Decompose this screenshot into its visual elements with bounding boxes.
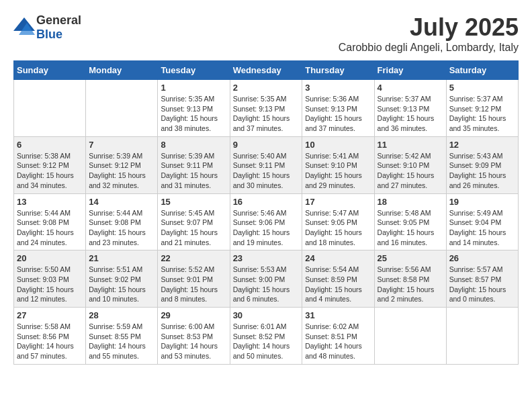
- col-header-wednesday: Wednesday: [230, 61, 302, 80]
- day-number: 9: [233, 140, 300, 150]
- calendar-cell: 5Sunrise: 5:37 AM Sunset: 9:12 PM Daylig…: [446, 80, 518, 137]
- col-header-thursday: Thursday: [302, 61, 374, 80]
- day-info: Sunrise: 5:38 AM Sunset: 9:12 PM Dayligh…: [17, 151, 83, 191]
- calendar-cell: 29Sunrise: 6:00 AM Sunset: 8:53 PM Dayli…: [158, 308, 230, 365]
- day-info: Sunrise: 5:44 AM Sunset: 9:08 PM Dayligh…: [89, 208, 154, 248]
- col-header-sunday: Sunday: [14, 61, 86, 80]
- day-number: 6: [17, 140, 83, 150]
- calendar-cell: 31Sunrise: 6:02 AM Sunset: 8:51 PM Dayli…: [302, 308, 374, 365]
- calendar-cell: 19Sunrise: 5:49 AM Sunset: 9:04 PM Dayli…: [446, 193, 518, 250]
- logo: General Blue: [13, 13, 81, 42]
- day-number: 15: [161, 197, 226, 207]
- calendar-cell: 13Sunrise: 5:44 AM Sunset: 9:08 PM Dayli…: [14, 193, 86, 250]
- day-info: Sunrise: 6:02 AM Sunset: 8:51 PM Dayligh…: [305, 322, 371, 361]
- day-info: Sunrise: 5:51 AM Sunset: 9:02 PM Dayligh…: [89, 265, 154, 304]
- calendar-cell: 24Sunrise: 5:54 AM Sunset: 8:59 PM Dayli…: [302, 250, 374, 308]
- day-info: Sunrise: 5:35 AM Sunset: 9:13 PM Dayligh…: [161, 94, 226, 134]
- logo-icon: [13, 17, 35, 38]
- day-number: 10: [305, 140, 371, 150]
- day-info: Sunrise: 5:39 AM Sunset: 9:12 PM Dayligh…: [89, 151, 154, 191]
- day-info: Sunrise: 5:43 AM Sunset: 9:09 PM Dayligh…: [449, 151, 515, 191]
- day-info: Sunrise: 5:57 AM Sunset: 8:57 PM Dayligh…: [449, 265, 515, 304]
- calendar-week-3: 13Sunrise: 5:44 AM Sunset: 9:08 PM Dayli…: [14, 193, 519, 250]
- day-number: 11: [378, 140, 443, 150]
- calendar-cell: 22Sunrise: 5:52 AM Sunset: 9:01 PM Dayli…: [158, 250, 230, 308]
- day-info: Sunrise: 5:49 AM Sunset: 9:04 PM Dayligh…: [449, 208, 515, 248]
- day-number: 1: [161, 83, 226, 93]
- calendar-cell: 9Sunrise: 5:40 AM Sunset: 9:11 PM Daylig…: [230, 136, 302, 193]
- day-number: 3: [305, 83, 371, 93]
- day-number: 21: [89, 253, 154, 263]
- day-number: 14: [89, 197, 154, 207]
- calendar-cell: 25Sunrise: 5:56 AM Sunset: 8:58 PM Dayli…: [374, 250, 446, 308]
- calendar-cell: 14Sunrise: 5:44 AM Sunset: 9:08 PM Dayli…: [86, 193, 158, 250]
- calendar-cell: 23Sunrise: 5:53 AM Sunset: 9:00 PM Dayli…: [230, 250, 302, 308]
- day-number: 7: [89, 140, 154, 150]
- day-info: Sunrise: 5:50 AM Sunset: 9:03 PM Dayligh…: [17, 265, 83, 304]
- day-number: 25: [378, 253, 443, 263]
- day-info: Sunrise: 5:37 AM Sunset: 9:13 PM Dayligh…: [378, 94, 443, 134]
- calendar-cell: 3Sunrise: 5:36 AM Sunset: 9:13 PM Daylig…: [302, 80, 374, 137]
- day-number: 18: [378, 197, 443, 207]
- calendar-cell: 30Sunrise: 6:01 AM Sunset: 8:52 PM Dayli…: [230, 308, 302, 365]
- calendar-cell: 4Sunrise: 5:37 AM Sunset: 9:13 PM Daylig…: [374, 80, 446, 137]
- day-info: Sunrise: 5:52 AM Sunset: 9:01 PM Dayligh…: [161, 265, 226, 304]
- title-block: July 2025 Carobbio degli Angeli, Lombard…: [339, 13, 519, 54]
- day-number: 17: [305, 197, 371, 207]
- month-year: July 2025: [339, 13, 519, 42]
- day-info: Sunrise: 6:00 AM Sunset: 8:53 PM Dayligh…: [161, 322, 226, 361]
- day-number: 8: [161, 140, 226, 150]
- calendar-cell: 10Sunrise: 5:41 AM Sunset: 9:10 PM Dayli…: [302, 136, 374, 193]
- day-info: Sunrise: 5:37 AM Sunset: 9:12 PM Dayligh…: [449, 94, 515, 134]
- day-info: Sunrise: 5:48 AM Sunset: 9:05 PM Dayligh…: [378, 208, 443, 248]
- calendar-cell: 2Sunrise: 5:35 AM Sunset: 9:13 PM Daylig…: [230, 80, 302, 137]
- day-info: Sunrise: 5:41 AM Sunset: 9:10 PM Dayligh…: [305, 151, 371, 191]
- calendar-cell: 20Sunrise: 5:50 AM Sunset: 9:03 PM Dayli…: [14, 250, 86, 308]
- col-header-monday: Monday: [86, 61, 158, 80]
- day-info: Sunrise: 5:35 AM Sunset: 9:13 PM Dayligh…: [233, 94, 300, 134]
- calendar-cell: [86, 80, 158, 137]
- day-info: Sunrise: 5:45 AM Sunset: 9:07 PM Dayligh…: [161, 208, 226, 248]
- day-info: Sunrise: 5:59 AM Sunset: 8:55 PM Dayligh…: [89, 322, 154, 361]
- day-info: Sunrise: 5:56 AM Sunset: 8:58 PM Dayligh…: [378, 265, 443, 304]
- day-number: 28: [89, 310, 154, 320]
- calendar-cell: 21Sunrise: 5:51 AM Sunset: 9:02 PM Dayli…: [86, 250, 158, 308]
- calendar-cell: 6Sunrise: 5:38 AM Sunset: 9:12 PM Daylig…: [14, 136, 86, 193]
- day-number: 4: [378, 83, 443, 93]
- day-info: Sunrise: 6:01 AM Sunset: 8:52 PM Dayligh…: [233, 322, 300, 361]
- day-info: Sunrise: 5:39 AM Sunset: 9:11 PM Dayligh…: [161, 151, 226, 191]
- calendar-week-1: 1Sunrise: 5:35 AM Sunset: 9:13 PM Daylig…: [14, 80, 519, 137]
- calendar-week-2: 6Sunrise: 5:38 AM Sunset: 9:12 PM Daylig…: [14, 136, 519, 193]
- calendar-cell: 8Sunrise: 5:39 AM Sunset: 9:11 PM Daylig…: [158, 136, 230, 193]
- day-number: 26: [449, 253, 515, 263]
- day-info: Sunrise: 5:47 AM Sunset: 9:05 PM Dayligh…: [305, 208, 371, 248]
- day-number: 31: [305, 310, 371, 320]
- day-number: 12: [449, 140, 515, 150]
- calendar-cell: [446, 308, 518, 365]
- day-number: 23: [233, 253, 300, 263]
- calendar-cell: 28Sunrise: 5:59 AM Sunset: 8:55 PM Dayli…: [86, 308, 158, 365]
- page-header: General Blue July 2025 Carobbio degli An…: [13, 13, 519, 54]
- day-number: 5: [449, 83, 515, 93]
- day-number: 20: [17, 253, 83, 263]
- day-number: 24: [305, 253, 371, 263]
- day-number: 19: [449, 197, 515, 207]
- calendar-week-4: 20Sunrise: 5:50 AM Sunset: 9:03 PM Dayli…: [14, 250, 519, 308]
- day-info: Sunrise: 5:54 AM Sunset: 8:59 PM Dayligh…: [305, 265, 371, 304]
- calendar-header-row: SundayMondayTuesdayWednesdayThursdayFrid…: [14, 61, 519, 80]
- day-info: Sunrise: 5:44 AM Sunset: 9:08 PM Dayligh…: [17, 208, 83, 248]
- calendar-cell: 1Sunrise: 5:35 AM Sunset: 9:13 PM Daylig…: [158, 80, 230, 137]
- day-number: 2: [233, 83, 300, 93]
- col-header-saturday: Saturday: [446, 61, 518, 80]
- day-number: 13: [17, 197, 83, 207]
- day-number: 16: [233, 197, 300, 207]
- calendar-table: SundayMondayTuesdayWednesdayThursdayFrid…: [13, 60, 519, 365]
- location: Carobbio degli Angeli, Lombardy, Italy: [339, 42, 519, 54]
- day-info: Sunrise: 5:53 AM Sunset: 9:00 PM Dayligh…: [233, 265, 300, 304]
- calendar-cell: [14, 80, 86, 137]
- calendar-cell: 11Sunrise: 5:42 AM Sunset: 9:10 PM Dayli…: [374, 136, 446, 193]
- col-header-tuesday: Tuesday: [158, 61, 230, 80]
- day-info: Sunrise: 5:42 AM Sunset: 9:10 PM Dayligh…: [378, 151, 443, 191]
- day-number: 30: [233, 310, 300, 320]
- calendar-cell: 12Sunrise: 5:43 AM Sunset: 9:09 PM Dayli…: [446, 136, 518, 193]
